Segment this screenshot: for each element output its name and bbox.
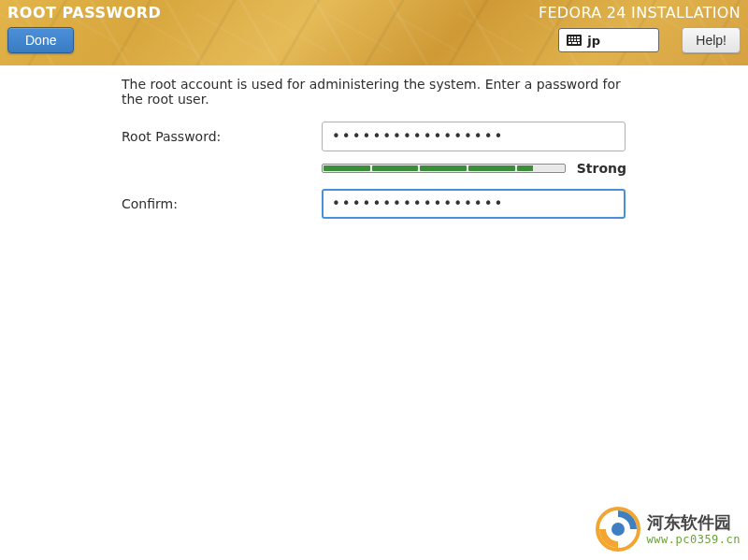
svg-point-13 [611, 523, 625, 536]
done-button[interactable]: Done [7, 27, 74, 53]
header-bottom-row: Done jp Help! [7, 27, 741, 53]
strength-segment [372, 165, 419, 171]
svg-rect-10 [572, 42, 577, 44]
confirm-label: Confirm: [122, 196, 322, 211]
svg-rect-8 [577, 39, 580, 41]
watermark-cn-label: 河东软件园 [647, 512, 741, 533]
strength-segment [420, 165, 467, 171]
svg-rect-2 [571, 36, 573, 38]
password-row: Root Password: [122, 122, 626, 151]
password-strength-label: Strong [577, 161, 626, 176]
watermark-text: 河东软件园 www.pc0359.cn [647, 512, 741, 546]
root-password-input[interactable] [322, 122, 626, 151]
page-title: ROOT PASSWORD [7, 4, 161, 22]
strength-segment [324, 165, 370, 171]
confirm-row: Confirm: [122, 189, 626, 219]
svg-rect-1 [568, 36, 570, 38]
intro-text: The root account is used for administeri… [122, 77, 626, 107]
watermark: 河东软件园 www.pc0359.cn [595, 506, 741, 553]
strength-segment [517, 165, 564, 171]
password-label: Root Password: [122, 129, 322, 144]
header-right-group: jp Help! [558, 27, 741, 53]
svg-rect-3 [574, 36, 576, 38]
svg-rect-7 [574, 39, 576, 41]
content-area: The root account is used for administeri… [0, 65, 748, 219]
password-strength-meter [322, 164, 566, 173]
keyboard-icon [567, 35, 582, 46]
password-strength-row: Strong [322, 161, 626, 176]
keyboard-layout-indicator[interactable]: jp [558, 28, 659, 52]
confirm-password-input[interactable] [322, 189, 626, 219]
watermark-url-label: www.pc0359.cn [647, 533, 741, 546]
header-top-row: ROOT PASSWORD FEDORA 24 INSTALLATION [7, 0, 741, 22]
svg-rect-6 [571, 39, 573, 41]
help-button[interactable]: Help! [682, 27, 741, 53]
keyboard-layout-label: jp [587, 34, 600, 48]
installer-title: FEDORA 24 INSTALLATION [539, 4, 741, 22]
svg-rect-9 [568, 42, 571, 44]
header-bar: ROOT PASSWORD FEDORA 24 INSTALLATION Don… [0, 0, 748, 65]
svg-rect-4 [577, 36, 580, 38]
svg-rect-11 [578, 42, 580, 44]
svg-rect-5 [568, 39, 570, 41]
strength-segment [468, 165, 515, 171]
watermark-logo-icon [595, 506, 641, 553]
